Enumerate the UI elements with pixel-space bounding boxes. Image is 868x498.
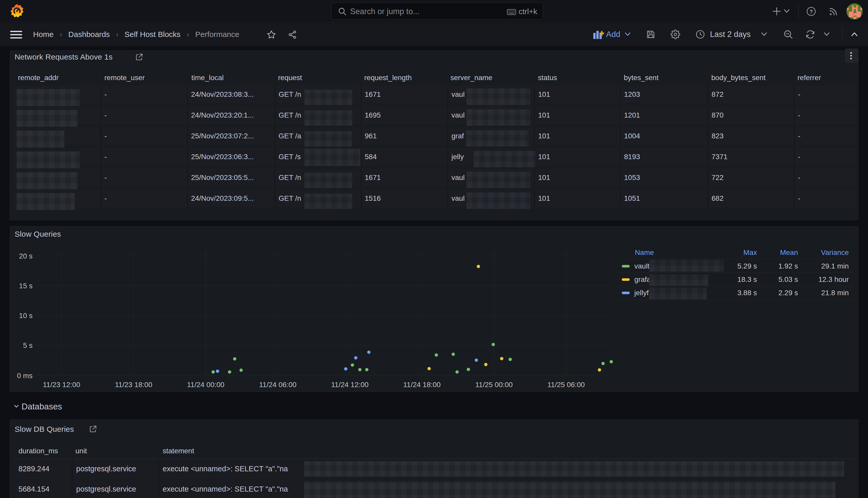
svg-text:11/24 12:00: 11/24 12:00: [331, 381, 369, 389]
svg-text:20 s: 20 s: [19, 252, 32, 260]
svg-text:11/24 00:00: 11/24 00:00: [187, 381, 225, 389]
svg-text:0 ms: 0 ms: [17, 372, 32, 380]
svg-text:?: ?: [810, 9, 813, 15]
svg-text:5 s: 5 s: [23, 341, 32, 349]
svg-text:11/24 06:00: 11/24 06:00: [259, 381, 297, 389]
svg-text:11/25 00:00: 11/25 00:00: [475, 381, 513, 389]
svg-text:11/24 18:00: 11/24 18:00: [403, 381, 441, 389]
svg-text:15 s: 15 s: [19, 282, 32, 290]
svg-text:11/23 18:00: 11/23 18:00: [115, 381, 152, 389]
svg-text:11/23 12:00: 11/23 12:00: [43, 381, 80, 389]
svg-text:11/25 06:00: 11/25 06:00: [547, 381, 585, 389]
svg-text:10 s: 10 s: [19, 312, 32, 319]
